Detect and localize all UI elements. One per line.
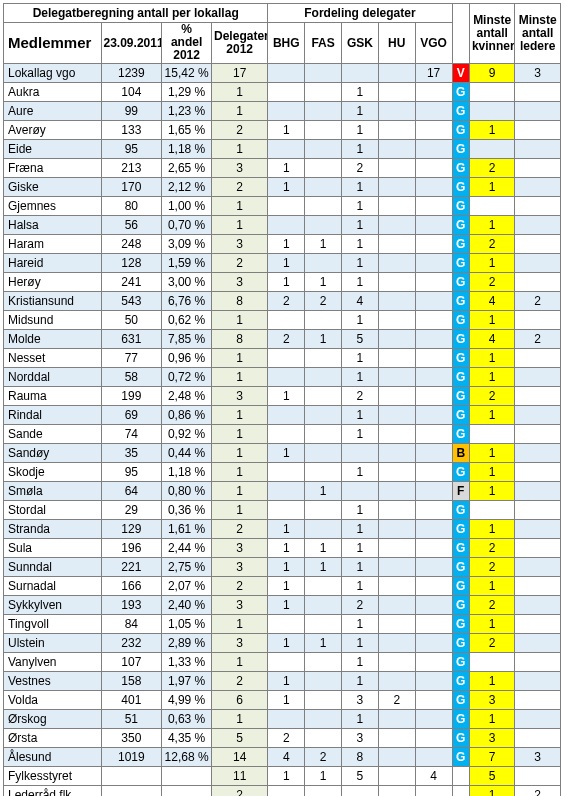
cell-flag: G [452,576,469,595]
cell-vgo [415,519,452,538]
cell-fas: 1 [305,234,342,253]
cell-andel: 1,18 % [162,462,212,481]
cell-kv: 1 [469,785,515,796]
cell-fas [305,709,342,728]
cell-gsk: 5 [342,766,379,785]
cell-andel: 1,65 % [162,120,212,139]
cell-kv: 1 [469,348,515,367]
cell-fas [305,614,342,633]
cell-med: 193 [101,595,162,614]
cell-fas [305,386,342,405]
cell-gsk: 3 [342,690,379,709]
cell-bhg: 1 [268,690,305,709]
cell-flag: G [452,405,469,424]
cell-kv: 5 [469,766,515,785]
cell-vgo [415,215,452,234]
cell-name: Ørskog [4,709,102,728]
cell-del: 1 [212,424,268,443]
cell-andel: 1,97 % [162,671,212,690]
cell-hu [378,462,415,481]
cell-fas [305,63,342,82]
cell-kv: 4 [469,329,515,348]
cell-del: 3 [212,158,268,177]
cell-kv: 1 [469,481,515,500]
cell-med: 166 [101,576,162,595]
cell-fas [305,500,342,519]
cell-fas [305,101,342,120]
cell-fas [305,215,342,234]
table-row: Sande740,92 %11G [4,424,561,443]
cell-flag: G [452,177,469,196]
cell-flag: G [452,728,469,747]
table-row: Sula1962,44 %3111G2 [4,538,561,557]
table-row: Hareid1281,59 %211G1 [4,253,561,272]
cell-bhg [268,101,305,120]
cell-bhg [268,310,305,329]
cell-andel: 0,96 % [162,348,212,367]
cell-kv: 4 [469,291,515,310]
cell-del: 2 [212,576,268,595]
cell-fas [305,177,342,196]
cell-del: 2 [212,253,268,272]
cell-med: 56 [101,215,162,234]
table-row: Norddal580,72 %11G1 [4,367,561,386]
cell-hu [378,500,415,519]
cell-gsk: 1 [342,557,379,576]
cell-name: Rindal [4,405,102,424]
cell-hu [378,538,415,557]
cell-med: 84 [101,614,162,633]
cell-andel: 0,92 % [162,424,212,443]
cell-flag: G [452,158,469,177]
cell-le: 2 [515,329,561,348]
cell-gsk: 1 [342,633,379,652]
cell-fas [305,443,342,462]
cell-vgo [415,671,452,690]
cell-kv: 2 [469,538,515,557]
cell-gsk: 1 [342,424,379,443]
cell-flag: G [452,234,469,253]
cell-name: Stordal [4,500,102,519]
cell-bhg: 2 [268,291,305,310]
cell-gsk: 1 [342,139,379,158]
cell-hu [378,234,415,253]
cell-kv: 1 [469,614,515,633]
cell-vgo [415,614,452,633]
cell-hu [378,519,415,538]
cell-andel: 2,89 % [162,633,212,652]
cell-name: Ålesund [4,747,102,766]
cell-kv [469,82,515,101]
cell-kv: 2 [469,158,515,177]
header-fas: FAS [305,23,342,64]
cell-gsk: 8 [342,747,379,766]
cell-kv [469,101,515,120]
cell-hu [378,253,415,272]
table-row: Ulstein2322,89 %3111G2 [4,633,561,652]
cell-del: 1 [212,652,268,671]
cell-bhg: 1 [268,443,305,462]
cell-flag: G [452,367,469,386]
cell-gsk: 1 [342,538,379,557]
cell-del: 1 [212,367,268,386]
cell-andel: 0,70 % [162,215,212,234]
cell-flag: G [452,709,469,728]
cell-hu [378,82,415,101]
cell-bhg: 1 [268,595,305,614]
cell-del: 1 [212,348,268,367]
cell-name: Haram [4,234,102,253]
cell-le: 2 [515,291,561,310]
cell-name: Herøy [4,272,102,291]
cell-le [515,633,561,652]
cell-bhg: 1 [268,234,305,253]
cell-vgo [415,82,452,101]
cell-med: 133 [101,120,162,139]
cell-flag: V [452,63,469,82]
cell-name: Aukra [4,82,102,101]
cell-gsk: 1 [342,348,379,367]
table-row: Halsa560,70 %11G1 [4,215,561,234]
cell-vgo [415,595,452,614]
cell-le [515,766,561,785]
table-row: Lokallag vgo123915,42 %1717V93 [4,63,561,82]
cell-flag: G [452,196,469,215]
cell-bhg: 4 [268,747,305,766]
cell-flag: G [452,671,469,690]
